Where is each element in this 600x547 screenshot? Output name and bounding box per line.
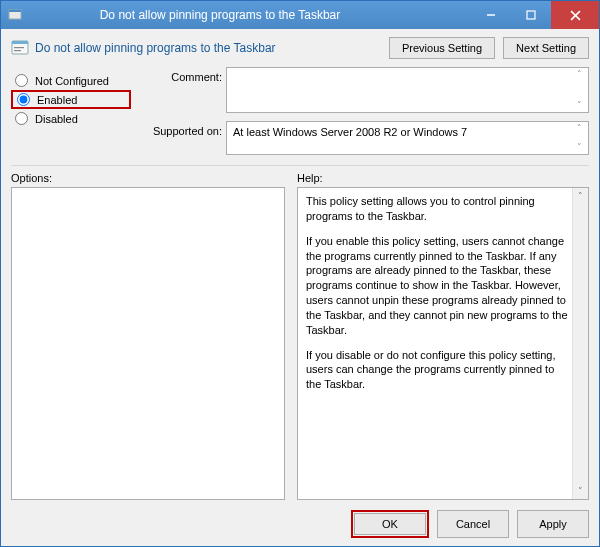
maximize-button[interactable] xyxy=(511,1,551,29)
policy-icon xyxy=(11,39,29,57)
radio-not-configured-input[interactable] xyxy=(15,74,28,87)
client-area: Do not allow pinning programs to the Tas… xyxy=(1,29,599,546)
scroll-up-icon[interactable]: ˄ xyxy=(572,124,586,133)
header-row: Do not allow pinning programs to the Tas… xyxy=(11,37,589,59)
svg-rect-8 xyxy=(14,47,24,48)
scroll-down-icon[interactable]: ˅ xyxy=(578,483,583,499)
help-scrollbar[interactable]: ˄ ˅ xyxy=(572,188,588,499)
footer-buttons: OK Cancel Apply xyxy=(11,500,589,538)
config-area: Not Configured Enabled Disabled Comment:… xyxy=(11,67,589,155)
system-buttons xyxy=(471,1,599,29)
radio-disabled-label: Disabled xyxy=(35,113,78,125)
help-paragraph: This policy setting allows you to contro… xyxy=(306,194,570,224)
policy-editor-window: Do not allow pinning programs to the Tas… xyxy=(0,0,600,547)
comment-label: Comment: xyxy=(137,67,222,83)
panes: This policy setting allows you to contro… xyxy=(11,187,589,500)
cancel-button[interactable]: Cancel xyxy=(437,510,509,538)
radio-not-configured[interactable]: Not Configured xyxy=(11,71,131,90)
apply-button[interactable]: Apply xyxy=(517,510,589,538)
radio-enabled[interactable]: Enabled xyxy=(11,90,131,109)
minimize-button[interactable] xyxy=(471,1,511,29)
help-paragraph: If you disable or do not configure this … xyxy=(306,348,570,393)
scroll-down-icon[interactable]: ˅ xyxy=(572,101,586,110)
supported-on-box: At least Windows Server 2008 R2 or Windo… xyxy=(226,121,589,155)
help-pane[interactable]: This policy setting allows you to contro… xyxy=(297,187,589,500)
supported-on-label: Supported on: xyxy=(137,121,222,137)
help-label: Help: xyxy=(297,172,323,184)
pane-labels: Options: Help: xyxy=(11,172,589,184)
close-button[interactable] xyxy=(551,1,599,29)
comment-scroll: ˄ ˅ xyxy=(572,70,586,110)
titlebar[interactable]: Do not allow pinning programs to the Tas… xyxy=(1,1,599,29)
comment-input[interactable]: ˄ ˅ xyxy=(226,67,589,113)
radio-disabled[interactable]: Disabled xyxy=(11,109,131,128)
radio-enabled-input[interactable] xyxy=(17,93,30,106)
divider xyxy=(11,165,589,166)
scroll-up-icon[interactable]: ˄ xyxy=(572,70,586,79)
window-title: Do not allow pinning programs to the Tas… xyxy=(0,8,471,22)
state-radios: Not Configured Enabled Disabled xyxy=(11,67,131,155)
radio-not-configured-label: Not Configured xyxy=(35,75,109,87)
next-setting-button[interactable]: Next Setting xyxy=(503,37,589,59)
scroll-down-icon[interactable]: ˅ xyxy=(572,143,586,152)
svg-rect-3 xyxy=(527,11,535,19)
radio-disabled-input[interactable] xyxy=(15,112,28,125)
svg-rect-7 xyxy=(12,41,28,44)
help-paragraph: If you enable this policy setting, users… xyxy=(306,234,570,338)
radio-enabled-label: Enabled xyxy=(37,94,77,106)
ok-highlight: OK xyxy=(351,510,429,538)
supported-scroll: ˄ ˅ xyxy=(572,124,586,152)
supported-on-value: At least Windows Server 2008 R2 or Windo… xyxy=(233,126,467,138)
previous-setting-button[interactable]: Previous Setting xyxy=(389,37,495,59)
policy-heading: Do not allow pinning programs to the Tas… xyxy=(35,41,383,55)
options-pane[interactable] xyxy=(11,187,285,500)
options-label: Options: xyxy=(11,172,285,184)
fields-grid: Comment: ˄ ˅ Supported on: At least Wind… xyxy=(137,67,589,155)
ok-button[interactable]: OK xyxy=(354,513,426,535)
svg-rect-9 xyxy=(14,50,21,51)
scroll-up-icon[interactable]: ˄ xyxy=(578,188,583,204)
